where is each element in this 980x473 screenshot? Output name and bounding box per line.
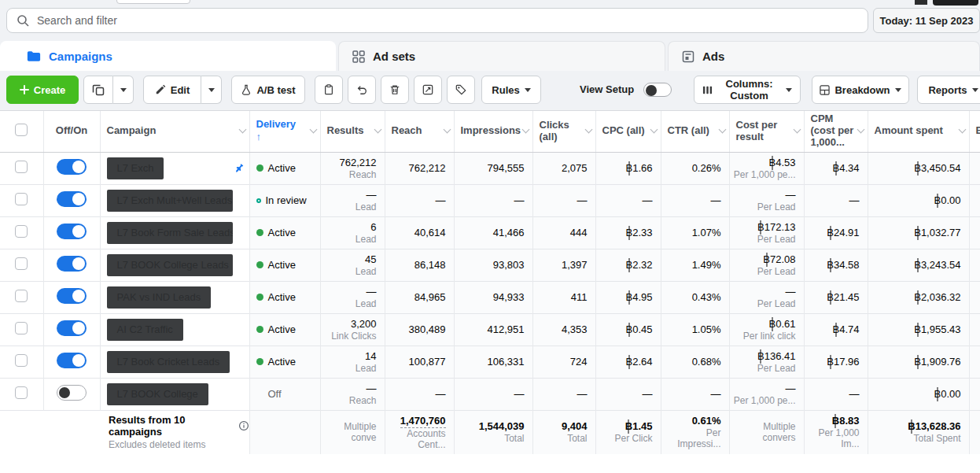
- view-setup-toggle[interactable]: [643, 83, 672, 97]
- search-input[interactable]: [37, 14, 858, 27]
- clipboard-button[interactable]: [315, 76, 343, 104]
- row-checkbox[interactable]: [15, 225, 28, 238]
- tab-ad-sets-label: Ad sets: [373, 50, 415, 63]
- row-toggle[interactable]: [57, 224, 87, 239]
- campaign-name[interactable]: L7 Book Form Sale Leads: [107, 222, 233, 244]
- table-row: AI C2 Traffic Active 3,200Link Clicks 38…: [0, 313, 980, 346]
- row-toggle[interactable]: [57, 256, 87, 272]
- reach-cell: 100,877: [385, 346, 454, 378]
- row-toggle[interactable]: [57, 159, 87, 175]
- row-checkbox[interactable]: [15, 193, 28, 205]
- campaign-name[interactable]: L7 Book Cricket Leads: [107, 351, 230, 373]
- delivery-status: Active: [268, 259, 296, 271]
- campaign-cell: PAK vs IND Leads: [100, 281, 249, 313]
- column-header-impressions[interactable]: Impressions: [454, 111, 532, 152]
- column-header-reach[interactable]: Reach: [385, 111, 454, 152]
- breakdown-button[interactable]: Breakdown: [812, 76, 909, 104]
- toggle-knob: [72, 257, 85, 270]
- delivery-cell: In review: [249, 184, 320, 216]
- cpm-cell: —: [804, 184, 868, 216]
- caret-down-icon: [120, 88, 127, 92]
- delivery-status: Active: [268, 227, 296, 238]
- tab-ad-sets[interactable]: Ad sets: [338, 41, 665, 71]
- campaign-name[interactable]: L7 Exch: [107, 157, 164, 179]
- date-range-button[interactable]: Today: 11 Sep 2023: [873, 8, 980, 33]
- campaign-name[interactable]: PAK vs IND Leads: [107, 286, 212, 309]
- ctr-cell: 1.05%: [661, 313, 729, 346]
- tag-button[interactable]: [447, 76, 475, 104]
- cpm-cell: B34.58: [804, 249, 868, 281]
- create-button[interactable]: Create: [6, 76, 79, 104]
- row-toggle-cell: [43, 378, 100, 410]
- campaign-rows: L7 Exch Active 762,212Reach 762,212 794,…: [0, 152, 980, 410]
- table-row: L7 BOOK College Off —Reach — — — — — —Pe…: [0, 378, 980, 410]
- edit-button[interactable]: Edit: [143, 76, 201, 104]
- trash-icon: [389, 84, 400, 95]
- column-header-delivery[interactable]: Delivery↑: [249, 111, 320, 152]
- export-chart-button[interactable]: [414, 76, 442, 104]
- sort-caret-icon: [521, 125, 529, 133]
- delivery-cell: Active: [249, 216, 320, 249]
- row-toggle[interactable]: [57, 320, 87, 336]
- column-header-cost-per-result[interactable]: Cost per result: [729, 111, 804, 152]
- campaign-name[interactable]: L7 BOOK College Leads: [107, 254, 233, 276]
- ctr-cell: 0.26%: [661, 152, 729, 184]
- reach-cell: 84,965: [385, 281, 454, 313]
- plus-icon: [20, 85, 29, 94]
- duplicate-menu-button[interactable]: [113, 76, 134, 104]
- sort-caret-icon: [238, 125, 246, 133]
- summary-ctr-cell: 0.61%Per Impressi...: [661, 410, 729, 454]
- column-header-cut: B: [969, 111, 980, 152]
- reports-button[interactable]: Reports: [917, 76, 980, 104]
- column-header-amount-spent[interactable]: Amount spent: [868, 111, 969, 152]
- duplicate-button[interactable]: [83, 76, 113, 104]
- columns-button[interactable]: Columns: Custom: [694, 76, 801, 104]
- column-header-clicks[interactable]: Clicks (all): [532, 111, 595, 152]
- info-icon[interactable]: [238, 420, 249, 431]
- cpm-cell: B21.45: [804, 281, 868, 313]
- row-select-cell: [0, 216, 43, 249]
- tag-icon: [455, 84, 466, 95]
- delete-button[interactable]: [381, 76, 409, 104]
- row-checkbox[interactable]: [15, 386, 28, 399]
- tab-ads-label: Ads: [702, 50, 724, 63]
- delivery-cell: Active: [249, 152, 320, 184]
- clicks-cell: 1,397: [532, 249, 595, 281]
- select-all-checkbox[interactable]: [15, 124, 28, 136]
- tab-ads[interactable]: Ads: [668, 41, 980, 71]
- row-toggle[interactable]: [57, 353, 87, 368]
- ab-test-button[interactable]: A/B test: [231, 76, 305, 104]
- campaign-name[interactable]: AI C2 Traffic: [107, 319, 183, 341]
- row-checkbox[interactable]: [15, 257, 28, 270]
- row-checkbox[interactable]: [15, 322, 28, 334]
- column-header-ctr[interactable]: CTR (all): [661, 111, 729, 152]
- row-toggle[interactable]: [57, 191, 87, 207]
- tab-campaigns[interactable]: Campaigns: [0, 41, 336, 71]
- create-button-label: Create: [34, 84, 65, 96]
- campaign-cell: L7 Exch Mult+Well Leads: [100, 184, 249, 216]
- table-row: PAK vs IND Leads Active —Lead 84,965 94,…: [0, 281, 980, 313]
- table-row: L7 Exch Active 762,212Reach 762,212 794,…: [0, 152, 980, 184]
- column-header-results[interactable]: Results: [320, 111, 385, 152]
- delivery-cell: Off: [249, 378, 320, 410]
- summary-title: Results from 10 campaigns: [109, 414, 234, 438]
- campaign-name[interactable]: L7 Exch Mult+Well Leads: [107, 190, 233, 212]
- campaign-name[interactable]: L7 BOOK College: [107, 383, 208, 405]
- summary-impressions-cell: 1,544,039Total: [454, 410, 532, 454]
- clicks-cell: 724: [532, 346, 595, 378]
- column-header-cpm[interactable]: CPM (cost per 1,000...: [804, 111, 868, 152]
- rules-button[interactable]: Rules: [481, 76, 541, 104]
- caret-down-icon: [786, 88, 792, 92]
- edit-menu-button[interactable]: [201, 76, 222, 104]
- cut-cell: [969, 378, 980, 410]
- column-header-campaign[interactable]: Campaign: [100, 111, 249, 152]
- row-toggle[interactable]: [57, 385, 87, 401]
- row-checkbox[interactable]: [15, 354, 28, 367]
- cut-cell: [969, 216, 980, 249]
- row-checkbox[interactable]: [15, 290, 28, 302]
- summary-clicks-cell: 9,404Total: [532, 410, 595, 454]
- column-header-cpc[interactable]: CPC (all): [595, 111, 661, 152]
- row-toggle[interactable]: [57, 288, 87, 304]
- row-checkbox[interactable]: [15, 161, 28, 173]
- undo-button[interactable]: [348, 76, 376, 104]
